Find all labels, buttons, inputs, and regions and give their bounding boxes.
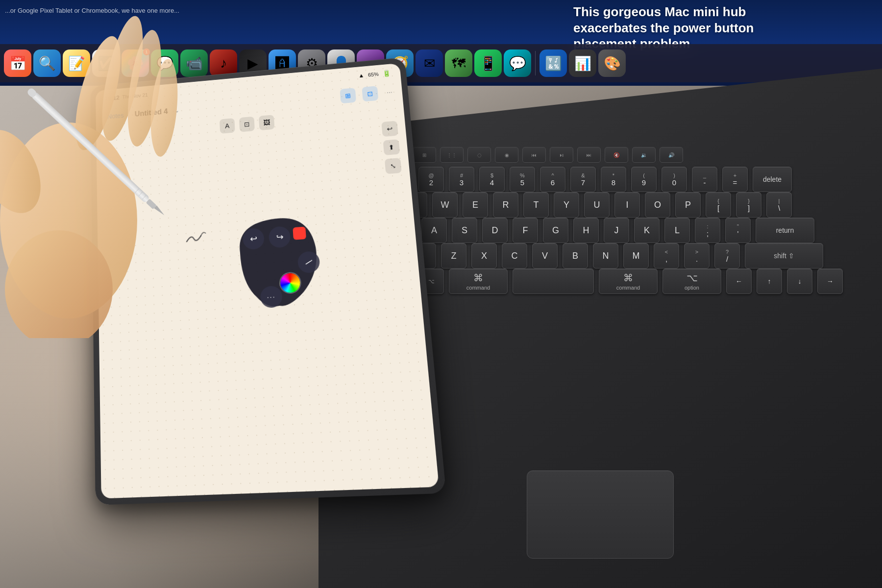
key-h[interactable]: H [573, 218, 599, 243]
key-g[interactable]: G [543, 218, 568, 243]
key-n[interactable]: N [593, 243, 618, 269]
key-u[interactable]: U [584, 192, 610, 218]
key-2[interactable]: @2 [418, 167, 444, 192]
key-l[interactable]: L [664, 218, 690, 243]
toolbar-more-icon[interactable]: ··· [384, 86, 394, 98]
key-k[interactable]: K [634, 218, 660, 243]
key-option-right[interactable]: ⌥ option [662, 269, 721, 294]
key-a[interactable]: A [421, 218, 447, 243]
trackpad[interactable] [527, 470, 674, 559]
macbook-screen-area: ...or Google Pixel Tablet or Chromebook,… [0, 0, 882, 86]
key-8[interactable]: *8 [601, 167, 626, 192]
key-delete[interactable]: delete [753, 167, 792, 192]
dock-icon-facetime[interactable]: 📹 [180, 49, 208, 77]
key-arrow-down[interactable]: ↓ [787, 269, 812, 294]
key-i[interactable]: I [614, 192, 640, 218]
fn-key-mission[interactable]: ⊞ [413, 147, 436, 163]
key-y[interactable]: Y [554, 192, 579, 218]
key-bracket-close[interactable]: }] [736, 192, 761, 218]
key-9[interactable]: (9 [631, 167, 657, 192]
number-key-row: ~` !1 @2 #3 $4 %5 ^6 &7 *8 (9 )0 _- += d… [358, 167, 843, 192]
dock-icon-maps[interactable]: 🗺 [445, 49, 472, 77]
fn-key-next[interactable]: ⏭ [577, 147, 601, 163]
key-backslash[interactable]: |\ [766, 192, 792, 218]
dock-icon-more1[interactable]: 📊 [569, 49, 596, 77]
key-quote[interactable]: "' [725, 218, 751, 243]
key-c[interactable]: C [502, 243, 527, 269]
key-s[interactable]: S [452, 218, 477, 243]
share-toolbar-btn[interactable]: ⬆ [383, 139, 400, 155]
dock-icon-more2[interactable]: 🎨 [598, 49, 626, 77]
tool-gallery-icon[interactable]: 🖼 [259, 115, 274, 130]
key-slash[interactable]: ?/ [714, 243, 740, 269]
key-b[interactable]: B [563, 243, 588, 269]
fn-key-kbd-light-down[interactable]: ◌ [467, 147, 491, 163]
key-shift-right[interactable]: shift ⇧ [745, 243, 823, 269]
key-command-left[interactable]: ⌘ command [449, 269, 508, 294]
dock-icon-finder[interactable]: 🔍 [33, 49, 61, 77]
key-3[interactable]: #3 [449, 167, 474, 192]
key-comma[interactable]: <, [654, 243, 679, 269]
toolbar-grid-icon[interactable]: ⊞ [340, 88, 357, 103]
undo-icon: ↩ [249, 233, 257, 244]
key-j[interactable]: J [604, 218, 629, 243]
key-6[interactable]: ^6 [540, 167, 565, 192]
ipad-battery: 65% [368, 72, 379, 78]
key-command-right[interactable]: ⌘ command [599, 269, 658, 294]
dock-icon-system[interactable]: 🔣 [539, 49, 567, 77]
title-chevron[interactable]: ⌄ [174, 107, 179, 114]
key-period[interactable]: >. [684, 243, 710, 269]
dock-icon-photos[interactable]: 🌸 1 [122, 49, 149, 77]
key-t[interactable]: T [523, 192, 549, 218]
dock-icon-imessage[interactable]: 💬 [504, 49, 531, 77]
dock-icon-whatsapp[interactable]: 📱 [474, 49, 502, 77]
key-r[interactable]: R [493, 192, 518, 218]
fn-key-launchpad[interactable]: ⋮⋮ [440, 147, 464, 163]
key-o[interactable]: O [645, 192, 670, 218]
key-7[interactable]: &7 [570, 167, 596, 192]
key-minus[interactable]: _- [692, 167, 717, 192]
fn-key-vol-down[interactable]: 🔉 [632, 147, 656, 163]
fn-key-kbd-light-up[interactable]: ◉ [495, 147, 518, 163]
key-w[interactable]: W [432, 192, 458, 218]
key-d[interactable]: D [482, 218, 508, 243]
dock-icon-mail[interactable]: ✉ [416, 49, 443, 77]
key-0[interactable]: )0 [662, 167, 687, 192]
dock-icon-calendar[interactable]: 📅 [4, 49, 31, 77]
key-4[interactable]: $4 [479, 167, 505, 192]
expand-toolbar-btn[interactable]: ⤡ [385, 158, 402, 174]
key-e[interactable]: E [463, 192, 488, 218]
arc-color-red[interactable] [293, 226, 306, 240]
dock-icon-notes[interactable]: 📝 [63, 49, 90, 77]
undo-toolbar-btn[interactable]: ↩ [381, 121, 398, 137]
key-5[interactable]: %5 [510, 167, 535, 192]
key-x[interactable]: X [471, 243, 497, 269]
key-bracket-open[interactable]: {[ [706, 192, 731, 218]
key-f[interactable]: F [513, 218, 538, 243]
fn-key-prev[interactable]: ⏮ [522, 147, 546, 163]
ipad-screen[interactable]: 18:12 Thu Nov 21 ▲ 65% 🔋 ‹ Notes Untitle… [96, 63, 439, 499]
dock-icon-messages[interactable]: 💬 [151, 49, 178, 77]
tool-image-icon[interactable]: ⊡ [239, 117, 255, 132]
back-chevron-icon: ‹ [103, 113, 105, 121]
key-arrow-right[interactable]: → [817, 269, 843, 294]
key-semicolon[interactable]: :; [695, 218, 720, 243]
fn-key-mute[interactable]: 🔇 [605, 147, 628, 163]
tool-text-icon[interactable]: A [220, 118, 235, 134]
key-return[interactable]: return [756, 218, 814, 243]
toolbar-page-icon[interactable]: ⊡ [362, 86, 379, 101]
dock-icon-reminders[interactable]: ☑️ [92, 49, 120, 77]
key-v[interactable]: V [532, 243, 558, 269]
key-space[interactable] [513, 269, 594, 294]
key-arrow-up[interactable]: ↑ [757, 269, 782, 294]
key-equals[interactable]: += [722, 167, 748, 192]
key-z[interactable]: Z [441, 243, 466, 269]
zxcv-row: ⇧ shift Z X C V B N M <, >. ?/ shift ⇧ [358, 243, 843, 269]
ipad-toolbar-icons: ⊞ ⊡ ··· [340, 84, 395, 103]
key-m[interactable]: M [623, 243, 649, 269]
fn-key-play[interactable]: ⏯ [550, 147, 573, 163]
key-arrow-left[interactable]: ← [726, 269, 752, 294]
ipad-back-button[interactable]: ‹ Notes [103, 111, 123, 121]
fn-key-vol-up[interactable]: 🔊 [660, 147, 683, 163]
key-p[interactable]: P [675, 192, 701, 218]
